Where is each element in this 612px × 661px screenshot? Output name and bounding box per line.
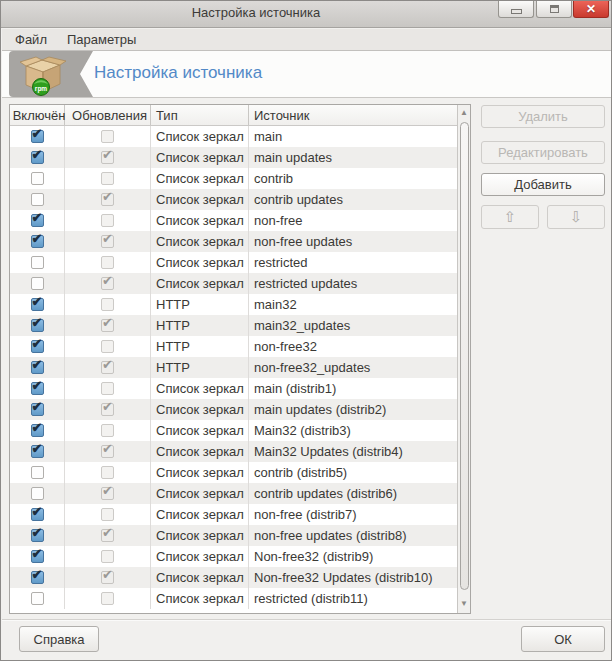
table-row[interactable]: ✔ ✔ Список зеркал non-free (distrib7) xyxy=(10,504,470,525)
table-row[interactable]: ✔ ✔ Список зеркал contrib xyxy=(10,168,470,189)
type-cell: Список зеркал xyxy=(151,441,249,462)
updates-checkbox[interactable]: ✔ xyxy=(101,487,114,500)
table-row[interactable]: ✔ ✔ Список зеркал main xyxy=(10,126,470,147)
updates-checkbox[interactable]: ✔ xyxy=(101,445,114,458)
updates-checkbox[interactable]: ✔ xyxy=(101,550,114,563)
enabled-checkbox[interactable]: ✔ xyxy=(31,487,44,500)
table-row[interactable]: ✔ ✔ HTTP main32_updates xyxy=(10,315,470,336)
table-row[interactable]: ✔ ✔ Список зеркал contrib updates (distr… xyxy=(10,483,470,504)
enabled-checkbox[interactable]: ✔ xyxy=(31,382,44,395)
minimize-button[interactable] xyxy=(498,1,534,18)
menu-file[interactable]: Файл xyxy=(5,30,57,49)
updates-checkbox[interactable]: ✔ xyxy=(101,592,114,605)
table-row[interactable]: ✔ ✔ Список зеркал restricted updates xyxy=(10,273,470,294)
table-row[interactable]: ✔ ✔ HTTP non-free32 xyxy=(10,336,470,357)
table-row[interactable]: ✔ ✔ HTTP main32 xyxy=(10,294,470,315)
table-row[interactable]: ✔ ✔ Список зеркал Non-free32 (distrib9) xyxy=(10,546,470,567)
enabled-checkbox[interactable]: ✔ xyxy=(31,466,44,479)
enabled-checkbox[interactable]: ✔ xyxy=(31,193,44,206)
enabled-checkbox[interactable]: ✔ xyxy=(31,361,44,374)
enabled-checkbox[interactable]: ✔ xyxy=(31,340,44,353)
enabled-checkbox[interactable]: ✔ xyxy=(31,592,44,605)
updates-checkbox[interactable]: ✔ xyxy=(101,214,114,227)
updates-checkbox[interactable]: ✔ xyxy=(101,235,114,248)
table-row[interactable]: ✔ ✔ Список зеркал restricted (distrib11) xyxy=(10,588,470,609)
close-button[interactable]: ✕ xyxy=(573,1,609,18)
updates-checkbox[interactable]: ✔ xyxy=(101,193,114,206)
help-button[interactable]: Справка xyxy=(19,626,99,652)
enabled-checkbox[interactable]: ✔ xyxy=(31,298,44,311)
updates-checkbox[interactable]: ✔ xyxy=(101,172,114,185)
updates-checkbox[interactable]: ✔ xyxy=(101,508,114,521)
maximize-button[interactable] xyxy=(536,1,572,18)
titlebar[interactable]: Настройка источника ✕ xyxy=(1,1,611,28)
updates-checkbox[interactable]: ✔ xyxy=(101,361,114,374)
delete-button[interactable]: Удалить xyxy=(481,105,605,128)
enabled-checkbox[interactable]: ✔ xyxy=(31,319,44,332)
scroll-down-icon[interactable]: ▼ xyxy=(458,600,470,608)
table-row[interactable]: ✔ ✔ Список зеркал non-free xyxy=(10,210,470,231)
enabled-checkbox[interactable]: ✔ xyxy=(31,151,44,164)
updates-checkbox[interactable]: ✔ xyxy=(101,319,114,332)
updates-checkbox[interactable]: ✔ xyxy=(101,256,114,269)
table-row[interactable]: ✔ ✔ Список зеркал non-free updates xyxy=(10,231,470,252)
updates-checkbox[interactable]: ✔ xyxy=(101,340,114,353)
enabled-checkbox[interactable]: ✔ xyxy=(31,214,44,227)
vertical-scrollbar[interactable]: ▲ ▼ xyxy=(457,105,470,613)
enabled-checkbox[interactable]: ✔ xyxy=(31,550,44,563)
updates-checkbox[interactable]: ✔ xyxy=(101,130,114,143)
menu-options[interactable]: Параметры xyxy=(57,30,146,49)
enabled-checkbox[interactable]: ✔ xyxy=(31,256,44,269)
table-row[interactable]: ✔ ✔ Список зеркал contrib updates xyxy=(10,189,470,210)
enabled-checkbox[interactable]: ✔ xyxy=(31,424,44,437)
updates-checkbox[interactable]: ✔ xyxy=(101,529,114,542)
table-row[interactable]: ✔ ✔ Список зеркал main (distrib1) xyxy=(10,378,470,399)
enabled-checkbox[interactable]: ✔ xyxy=(31,445,44,458)
enabled-checkbox[interactable]: ✔ xyxy=(31,571,44,584)
minimize-icon xyxy=(511,9,522,14)
updates-checkbox[interactable]: ✔ xyxy=(101,277,114,290)
table-row[interactable]: ✔ ✔ Список зеркал restricted xyxy=(10,252,470,273)
updates-checkbox[interactable]: ✔ xyxy=(101,382,114,395)
column-header-updates[interactable]: Обновления xyxy=(65,105,151,125)
table-row[interactable]: ✔ ✔ Список зеркал main updates (distrib2… xyxy=(10,399,470,420)
table-row[interactable]: ✔ ✔ Список зеркал main updates xyxy=(10,147,470,168)
table-row[interactable]: ✔ ✔ Список зеркал non-free updates (dist… xyxy=(10,525,470,546)
add-button[interactable]: Добавить xyxy=(481,173,605,196)
table-row[interactable]: ✔ ✔ Список зеркал Main32 (distrib3) xyxy=(10,420,470,441)
updates-checkbox[interactable]: ✔ xyxy=(101,403,114,416)
updates-checkbox[interactable]: ✔ xyxy=(101,571,114,584)
edit-button[interactable]: Редактировать xyxy=(481,141,605,164)
updates-checkbox[interactable]: ✔ xyxy=(101,298,114,311)
scroll-up-icon[interactable]: ▲ xyxy=(458,109,470,117)
table-row[interactable]: ✔ ✔ Список зеркал Non-free32 Updates (di… xyxy=(10,567,470,588)
check-icon: ✔ xyxy=(32,505,43,518)
column-header-type[interactable]: Тип xyxy=(151,105,249,125)
type-cell: Список зеркал xyxy=(151,567,249,588)
enabled-checkbox[interactable]: ✔ xyxy=(31,235,44,248)
check-icon: ✔ xyxy=(32,547,43,560)
source-cell: contrib updates xyxy=(249,189,470,210)
move-down-button[interactable]: ⇩ xyxy=(547,205,605,229)
updates-checkbox[interactable]: ✔ xyxy=(101,424,114,437)
move-up-button[interactable]: ⇧ xyxy=(481,205,539,229)
check-icon: ✔ xyxy=(102,568,113,581)
enabled-checkbox[interactable]: ✔ xyxy=(31,172,44,185)
enabled-checkbox[interactable]: ✔ xyxy=(31,403,44,416)
table-row[interactable]: ✔ ✔ Список зеркал Main32 Updates (distri… xyxy=(10,441,470,462)
column-header-source[interactable]: Источник xyxy=(249,105,470,125)
enabled-checkbox[interactable]: ✔ xyxy=(31,130,44,143)
rpm-badge-label: rpm xyxy=(35,85,48,93)
scrollbar-thumb[interactable] xyxy=(460,122,469,590)
enabled-checkbox[interactable]: ✔ xyxy=(31,277,44,290)
enabled-checkbox[interactable]: ✔ xyxy=(31,529,44,542)
updates-checkbox[interactable]: ✔ xyxy=(101,466,114,479)
enabled-checkbox[interactable]: ✔ xyxy=(31,508,44,521)
updates-checkbox[interactable]: ✔ xyxy=(101,151,114,164)
table-row[interactable]: ✔ ✔ Список зеркал contrib (distrib5) xyxy=(10,462,470,483)
table-row[interactable]: ✔ ✔ HTTP non-free32_updates xyxy=(10,357,470,378)
type-cell: Список зеркал xyxy=(151,420,249,441)
column-header-enabled[interactable]: Включён xyxy=(10,105,65,125)
ok-button[interactable]: ОК xyxy=(521,626,605,652)
sources-table: Включён Обновления Тип Источник ✔ ✔ Спис… xyxy=(9,104,471,614)
